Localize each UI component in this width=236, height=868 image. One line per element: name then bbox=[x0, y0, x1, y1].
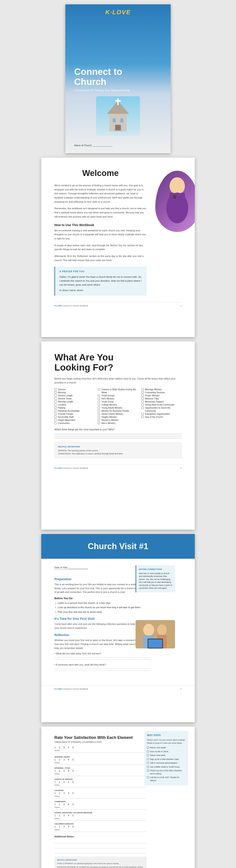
worship-label: WORSHIP / MUSIC bbox=[54, 756, 147, 758]
checkbox[interactable] bbox=[54, 422, 57, 424]
checkbox[interactable] bbox=[98, 416, 100, 418]
cover-subtitle: A Workbook for Finding Your Spiritual Ho… bbox=[74, 89, 130, 92]
church-illustration bbox=[96, 96, 140, 136]
footer-logo3: K·LOVE bbox=[54, 688, 62, 690]
checkbox[interactable] bbox=[98, 394, 100, 397]
check-kids: Kid's Ministry bbox=[98, 397, 138, 400]
how-to-text1: We recommend starting a new workbook for… bbox=[54, 228, 147, 241]
checkbox[interactable] bbox=[141, 413, 144, 415]
dash-logo: · bbox=[110, 9, 112, 16]
checkbox[interactable] bbox=[98, 422, 100, 424]
location-notes: Notes: bbox=[54, 795, 147, 797]
additional-notes-section: Additional Notes: bbox=[54, 835, 147, 853]
step-checkbox[interactable] bbox=[147, 776, 149, 778]
preparation-text: This is an exciting time for you! We are… bbox=[54, 583, 149, 594]
checkbox[interactable] bbox=[54, 404, 57, 406]
before-tip1: Listen to a sermon from the church, or a… bbox=[54, 601, 149, 605]
prayer-sig: In Jesus' name, amen. bbox=[59, 288, 142, 292]
checkbox[interactable] bbox=[141, 388, 144, 391]
checkbox[interactable] bbox=[98, 407, 100, 409]
checkbox[interactable] bbox=[54, 419, 57, 421]
step-checkbox[interactable] bbox=[147, 754, 149, 756]
length-notes: Notes: bbox=[54, 784, 147, 786]
checkbox[interactable] bbox=[54, 398, 57, 400]
checkbox[interactable] bbox=[141, 401, 144, 403]
k-logo: K bbox=[105, 9, 110, 16]
checkbox[interactable] bbox=[141, 416, 144, 418]
step-checkbox[interactable] bbox=[147, 750, 149, 752]
length-label: LENGTH OF SERVICE bbox=[54, 778, 147, 780]
communion-label: COMMUNION bbox=[54, 801, 147, 803]
check-senior: Senior Citizen Ministry bbox=[98, 412, 138, 415]
checkbox[interactable] bbox=[141, 407, 144, 409]
check-prayer: Prayer Ministry bbox=[141, 394, 182, 397]
checkbox[interactable] bbox=[98, 388, 100, 391]
scale-num: 4 bbox=[68, 746, 69, 749]
notes-line2 bbox=[54, 765, 147, 765]
step-checkbox[interactable] bbox=[147, 770, 149, 772]
rating-subtitle: FRIENDLINESS OF ATTENDEES, VOLUNTEERS & … bbox=[54, 741, 147, 743]
check-small-groups: Small Groups bbox=[98, 394, 138, 397]
offering-notes: Notes: bbox=[54, 773, 147, 775]
add-notes-line3 bbox=[54, 849, 147, 853]
step-checkbox[interactable] bbox=[147, 758, 149, 760]
check-marriage: Marriage Ministry bbox=[141, 388, 182, 391]
checkbox[interactable] bbox=[54, 391, 57, 394]
reflection-q2: • If someone went with you, what did the… bbox=[54, 663, 149, 667]
welcome-photo bbox=[155, 171, 195, 232]
scale-friendliness: 1 2 3 4 5 bbox=[54, 746, 147, 749]
notes-line6 bbox=[54, 809, 147, 810]
footer-label3: Connect to Church Workbook bbox=[62, 688, 88, 690]
check-height: Height Attainment bbox=[54, 419, 95, 422]
rating-section-friendliness: 1 2 3 4 5 Notes: bbox=[54, 746, 147, 753]
sermon-def: SERMON: The teaching portion of the serv… bbox=[58, 449, 178, 453]
next-steps-title: NEXT STEPS bbox=[147, 734, 186, 737]
next-steps-box: NEXT STEPS What's next? Are you unsure a… bbox=[144, 731, 188, 785]
check-college: College Ministry bbox=[98, 403, 138, 406]
checkbox[interactable] bbox=[54, 416, 57, 418]
step-checkbox[interactable] bbox=[147, 762, 149, 764]
looking-title: What Are You Looking For? bbox=[54, 352, 182, 372]
checkbox[interactable] bbox=[141, 404, 144, 406]
checkbox[interactable] bbox=[54, 401, 57, 403]
footer-brand: K·LOVE Connect to Church Workbook bbox=[54, 305, 88, 307]
checkbox[interactable] bbox=[54, 410, 57, 412]
check-evangelism: Evangelism Opportunities bbox=[141, 412, 182, 415]
step-checkbox[interactable] bbox=[147, 766, 149, 768]
scale-worship: 1 2 3 4 5 bbox=[54, 758, 147, 761]
check-singles: Singles Ministry bbox=[98, 415, 138, 419]
gospel-label: GOSPEL INVITATION / SALVATION MESSAGE bbox=[54, 812, 147, 814]
checkbox[interactable] bbox=[141, 398, 144, 400]
step-give-life: Give my life to Christ bbox=[147, 750, 186, 753]
checkbox[interactable] bbox=[98, 410, 100, 412]
visit-content: Date of Visit _______________ Preparatio… bbox=[41, 559, 195, 679]
step-checkbox[interactable] bbox=[147, 747, 149, 748]
checkbox[interactable] bbox=[98, 419, 100, 421]
step-return: Return next week! bbox=[147, 746, 186, 749]
checkbox[interactable] bbox=[54, 407, 57, 409]
check-women: Women's Ministry bbox=[98, 419, 138, 422]
main-container: K·LOVE Connect to Church A Workbook for … bbox=[0, 0, 236, 868]
add-notes-line1 bbox=[54, 839, 147, 843]
checkbox[interactable] bbox=[98, 413, 100, 415]
checkbox[interactable] bbox=[141, 394, 144, 397]
how-to-heading: How to Use This Workbook bbox=[54, 223, 147, 227]
step-bible-study: Join a Bible Study or Small Group bbox=[147, 766, 186, 769]
checkbox[interactable] bbox=[54, 388, 57, 391]
children-label: CHILDREN'S MINISTRY bbox=[54, 823, 147, 825]
couple-illustration bbox=[135, 620, 175, 649]
checkbox[interactable] bbox=[54, 394, 57, 397]
before-title: Before You Go bbox=[54, 597, 149, 600]
visit-footer: K·LOVE Connect to Church Workbook 3 bbox=[41, 685, 195, 692]
friendliness-notes: Notes: bbox=[54, 749, 147, 751]
checkbox[interactable] bbox=[141, 391, 144, 394]
checkbox[interactable] bbox=[98, 398, 100, 400]
check-service-length: Service Length bbox=[54, 394, 95, 397]
check-serve: Opportunities to Serve the Community bbox=[141, 406, 182, 412]
checkbox[interactable] bbox=[54, 413, 57, 415]
checkbox[interactable] bbox=[98, 404, 100, 406]
svg-point-14 bbox=[173, 195, 176, 199]
checkbox[interactable] bbox=[98, 401, 100, 403]
svg-rect-5 bbox=[112, 118, 116, 123]
welcome-content: Welcome We're excited to go on the journ… bbox=[54, 168, 147, 296]
